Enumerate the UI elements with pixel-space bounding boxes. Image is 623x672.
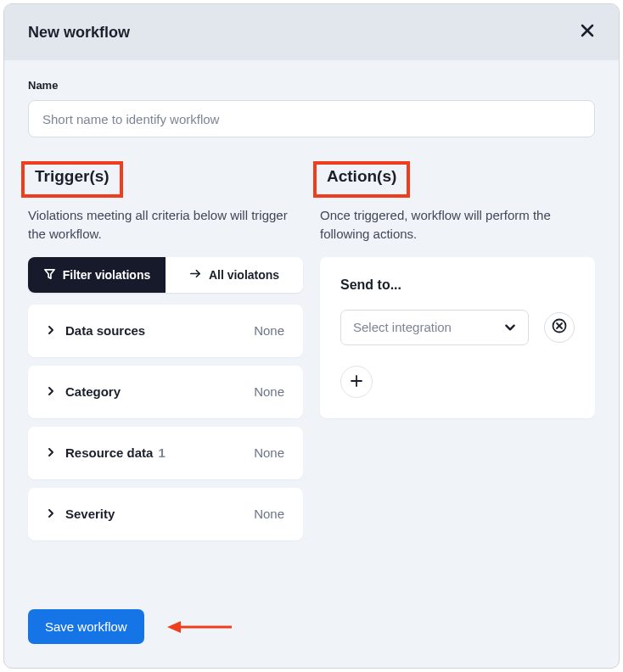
filter-value: None	[254, 384, 284, 399]
filter-icon	[43, 267, 56, 283]
filter-label-text: Category	[65, 384, 121, 399]
filter-label-text: Severity	[65, 507, 115, 521]
workflow-name-input[interactable]	[28, 100, 595, 137]
filter-label-text: Resource data	[65, 445, 153, 460]
filter-label-text: Data sources	[65, 323, 145, 338]
filter-severity[interactable]: Severity None	[28, 488, 303, 540]
close-button[interactable]	[580, 23, 595, 42]
triggers-heading: Trigger(s)	[31, 165, 113, 191]
filter-value: None	[254, 507, 284, 521]
chevron-right-icon	[47, 323, 55, 339]
save-workflow-button[interactable]: Save workflow	[28, 609, 144, 644]
select-placeholder: Select integration	[353, 320, 452, 334]
close-icon	[580, 21, 595, 42]
actions-heading-highlight: Action(s)	[313, 161, 410, 198]
trigger-tabs: Filter violations All violatons	[28, 257, 303, 293]
triggers-heading-highlight: Trigger(s)	[21, 161, 123, 198]
name-label: Name	[28, 79, 595, 92]
tab-filter-label: Filter violations	[63, 268, 150, 282]
modal-header: New workflow	[4, 4, 619, 60]
modal-title: New workflow	[28, 24, 130, 42]
actions-column: Action(s) Once triggered, workflow will …	[320, 161, 595, 540]
filter-category[interactable]: Category None	[28, 366, 303, 418]
add-action-button[interactable]	[340, 366, 373, 398]
filter-data-sources[interactable]: Data sources None	[28, 305, 303, 357]
tab-all-violations[interactable]: All violatons	[166, 257, 303, 293]
circle-x-icon	[551, 317, 568, 337]
modal-footer: Save workflow	[4, 609, 619, 668]
modal-body: Name Trigger(s) Violations meeting all c…	[4, 60, 619, 609]
filter-value: None	[254, 323, 284, 338]
chevron-right-icon	[47, 445, 55, 461]
filter-resource-data[interactable]: Resource data 1 None	[28, 427, 303, 479]
triggers-description: Violations meeting all criteria below wi…	[28, 206, 303, 244]
chevron-down-icon	[504, 320, 516, 335]
triggers-column: Trigger(s) Violations meeting all criter…	[28, 161, 303, 540]
actions-heading: Action(s)	[323, 165, 400, 191]
chevron-right-icon	[47, 384, 55, 400]
new-workflow-modal: New workflow Name Trigger(s) Violations …	[3, 3, 620, 669]
send-to-title: Send to...	[340, 277, 575, 293]
tab-filter-violations[interactable]: Filter violations	[28, 257, 166, 293]
chevron-right-icon	[47, 507, 55, 522]
arrow-right-icon	[189, 267, 202, 283]
integration-select[interactable]: Select integration	[340, 310, 529, 345]
send-to-card: Send to... Select integration	[320, 257, 595, 418]
filter-list: Data sources None Category No	[28, 305, 303, 540]
actions-description: Once triggered, workflow will perform th…	[320, 206, 595, 244]
tab-all-label: All violatons	[209, 268, 279, 282]
plus-icon	[350, 371, 363, 393]
remove-action-button[interactable]	[544, 312, 575, 343]
filter-value: None	[254, 445, 284, 460]
filter-count: 1	[158, 445, 165, 460]
